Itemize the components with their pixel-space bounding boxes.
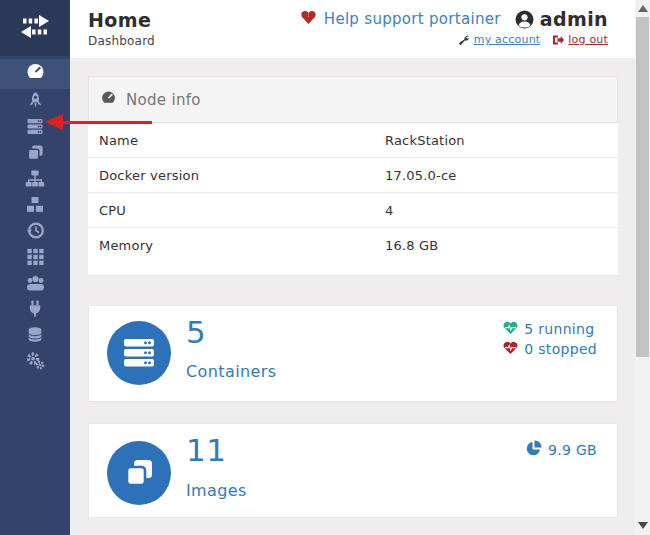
containers-widget[interactable]: 5 Containers 5 running	[88, 305, 618, 402]
log-out-link[interactable]: log out	[568, 33, 608, 46]
sidebar-item-volumes[interactable]	[0, 193, 70, 219]
node-info-table: Name RackStation Docker version 17.05.0-…	[88, 122, 618, 263]
table-row: Docker version 17.05.0-ce	[88, 158, 618, 193]
help-support-link[interactable]: Help support portainer	[324, 10, 501, 28]
node-info-footer	[88, 263, 618, 276]
node-info-title: Node info	[126, 91, 201, 109]
plug-icon	[26, 299, 44, 322]
page-header: Home Dashboard Help support portainer	[70, 0, 635, 58]
breadcrumb: Dashboard	[88, 34, 155, 48]
vertical-scrollbar[interactable]	[635, 0, 650, 535]
sidebar-item-images[interactable]	[0, 141, 70, 167]
images-stats: 9.9 GB	[525, 440, 597, 460]
heart-icon	[300, 9, 317, 29]
sidebar-item-endpoints[interactable]	[0, 297, 70, 323]
row-value: 16.8 GB	[385, 238, 438, 253]
node-info-header: Node info	[88, 76, 618, 122]
tachometer-icon	[100, 90, 117, 110]
clone-icon	[26, 143, 45, 166]
users-icon	[25, 273, 46, 296]
scroll-down-arrow-icon[interactable]	[638, 522, 648, 529]
user-circle-icon	[515, 10, 534, 29]
row-label: Docker version	[88, 168, 385, 183]
my-account-link[interactable]: my account	[474, 33, 541, 46]
containers-count: 5	[186, 314, 206, 350]
sidebar-item-app-templates[interactable]	[0, 89, 70, 115]
sidebar-item-settings[interactable]	[0, 349, 70, 375]
images-count: 11	[186, 432, 226, 468]
rocket-icon	[26, 91, 45, 114]
sidebar-item-networks[interactable]	[0, 167, 70, 193]
images-widget[interactable]: 11 Images 9.9 GB	[88, 423, 618, 518]
heartbeat-green-icon	[503, 320, 518, 339]
wrench-icon	[458, 34, 470, 46]
portainer-dashboard: Home Dashboard Help support portainer	[0, 0, 650, 535]
sidebar-logo[interactable]	[0, 0, 70, 56]
containers-stats: 5 running 0 stopped	[503, 319, 597, 359]
sidebar-item-events[interactable]	[0, 219, 70, 245]
row-value: RackStation	[385, 133, 465, 148]
size-text: 9.9 GB	[548, 442, 597, 458]
images-label: Images	[186, 481, 247, 500]
sign-out-icon	[552, 34, 564, 46]
history-icon	[26, 221, 45, 244]
scrollbar-thumb[interactable]	[636, 17, 649, 357]
running-text: 5 running	[524, 321, 594, 337]
stopped-stat: 0 stopped	[503, 339, 597, 359]
table-row: Memory 16.8 GB	[88, 228, 618, 263]
sitemap-icon	[25, 169, 45, 192]
username: admin	[540, 8, 608, 30]
layers-icon	[107, 441, 171, 505]
table-row: Name RackStation	[88, 123, 618, 158]
header-user-area: Help support portainer admin my accoun	[300, 8, 608, 46]
pie-chart-icon	[525, 440, 542, 461]
th-grid-icon	[26, 247, 45, 270]
row-label: Name	[88, 133, 385, 148]
database-icon	[26, 325, 44, 348]
row-label: CPU	[88, 203, 385, 218]
sidebar-item-registries[interactable]	[0, 323, 70, 349]
sidebar-toggle-icon	[19, 13, 51, 43]
stopped-text: 0 stopped	[524, 341, 597, 357]
containers-label: Containers	[186, 362, 277, 381]
node-info-panel: Node info Name RackStation Docker versio…	[88, 76, 618, 276]
cogs-icon	[25, 351, 45, 374]
main-content: Node info Name RackStation Docker versio…	[70, 58, 635, 535]
scroll-up-arrow-icon[interactable]	[638, 5, 648, 12]
annotation-arrow-head-icon	[45, 114, 63, 130]
row-label: Memory	[88, 238, 385, 253]
size-stat: 9.9 GB	[525, 440, 597, 460]
table-row: CPU 4	[88, 193, 618, 228]
sidebar-item-dashboard[interactable]	[0, 59, 70, 89]
sidebar-menu	[0, 56, 70, 375]
row-value: 17.05.0-ce	[385, 168, 456, 183]
tachometer-icon	[25, 62, 46, 86]
row-value: 4	[385, 203, 393, 218]
page-title: Home	[88, 9, 155, 31]
sidebar-item-user-management[interactable]	[0, 271, 70, 297]
title-block: Home Dashboard	[88, 9, 155, 48]
sidebar	[0, 0, 70, 535]
server-icon	[25, 117, 45, 140]
cubes-icon	[25, 195, 45, 218]
sidebar-item-swarm[interactable]	[0, 245, 70, 271]
heartbeat-red-icon	[503, 340, 518, 359]
annotation-arrow-line	[61, 121, 152, 124]
containers-stack-icon	[107, 321, 171, 385]
running-stat: 5 running	[503, 319, 597, 339]
